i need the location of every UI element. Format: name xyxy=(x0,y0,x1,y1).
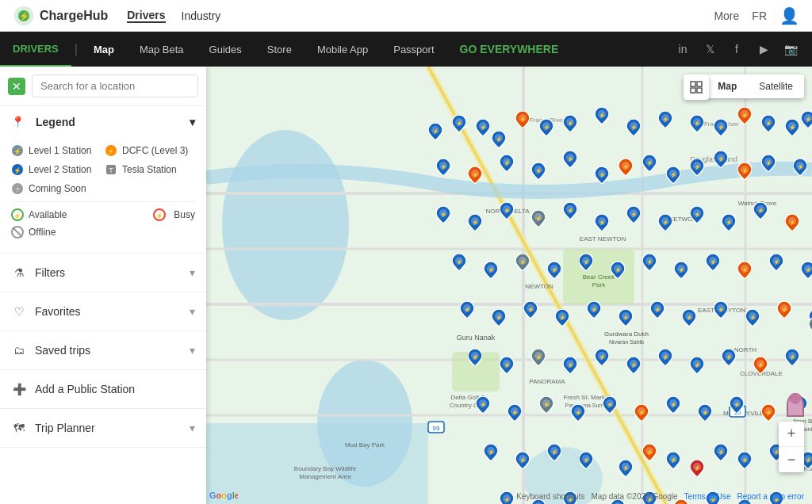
ev-station-pin[interactable]: ⚡ xyxy=(500,202,514,218)
ev-station-pin[interactable]: ⚡ xyxy=(500,491,514,504)
ev-station-pin[interactable]: ⚡ xyxy=(476,119,490,135)
ev-station-pin[interactable]: ⚡ xyxy=(571,404,585,420)
expand-map-button[interactable] xyxy=(684,74,709,100)
ev-station-pin[interactable]: ⚡ xyxy=(468,214,482,230)
saved-trips-section[interactable]: 🗂 Saved trips ▾ xyxy=(0,331,206,370)
ev-station-pin[interactable]: ⚡ xyxy=(500,155,514,170)
ev-station-pin[interactable]: ⚡ xyxy=(476,396,490,412)
nav-store[interactable]: Store xyxy=(255,32,304,67)
industry-nav-link[interactable]: Industry xyxy=(182,10,221,22)
ev-station-pin[interactable]: ⚡ xyxy=(666,166,680,182)
logo[interactable]: ⚡ ChargeHub xyxy=(13,5,108,27)
ev-station-pin[interactable]: ⚡ xyxy=(714,119,728,135)
ev-station-pin[interactable]: ⚡ xyxy=(611,262,625,277)
ev-station-pin[interactable]: ⚡ xyxy=(737,262,752,277)
zoom-in-button[interactable]: + xyxy=(779,422,804,447)
ev-station-pin[interactable]: ⚡ xyxy=(595,107,609,123)
ev-station-pin[interactable]: ⚡ xyxy=(658,214,672,230)
ev-station-pin[interactable]: ⚡ xyxy=(539,396,553,412)
ev-station-pin[interactable]: ⚡ xyxy=(737,107,752,123)
ev-station-pin[interactable]: ⚡ xyxy=(745,309,760,325)
ev-station-pin[interactable]: ⚡ xyxy=(690,206,704,222)
ev-station-pin[interactable]: ⚡ xyxy=(698,404,712,420)
nav-guides[interactable]: Guides xyxy=(197,32,255,67)
keyboard-shortcuts-link[interactable]: Keyboard shortcuts xyxy=(516,492,584,501)
drivers-nav-link[interactable]: Drivers xyxy=(127,9,165,23)
ev-station-pin[interactable]: ⚡ xyxy=(753,357,768,372)
ev-station-pin[interactable]: ⚡ xyxy=(626,206,641,222)
ev-station-pin[interactable]: ⚡ xyxy=(595,166,609,182)
ev-station-pin[interactable]: ⚡ xyxy=(563,357,577,372)
ev-station-pin[interactable]: ⚡ xyxy=(515,111,530,127)
ev-station-pin[interactable]: ⚡ xyxy=(460,301,474,317)
ev-station-pin[interactable]: ⚡ xyxy=(682,309,696,325)
fr-link[interactable]: FR xyxy=(752,10,767,22)
ev-station-pin[interactable]: ⚡ xyxy=(650,301,665,317)
ev-station-pin[interactable]: ⚡ xyxy=(603,396,617,412)
ev-station-pin[interactable]: ⚡ xyxy=(626,119,641,135)
ev-station-pin[interactable]: ⚡ xyxy=(515,254,530,269)
nav-map[interactable]: Map xyxy=(81,32,127,67)
ev-station-pin[interactable]: ⚡ xyxy=(642,254,657,269)
ev-station-pin[interactable]: ⚡ xyxy=(706,254,720,269)
ev-station-pin[interactable]: ⚡ xyxy=(785,214,799,230)
ev-station-pin[interactable]: ⚡ xyxy=(690,115,704,131)
ev-station-pin[interactable]: ⚡ xyxy=(642,155,657,170)
ev-station-pin[interactable]: ⚡ xyxy=(452,115,466,131)
ev-station-pin[interactable]: ⚡ xyxy=(563,202,577,218)
ev-station-pin[interactable]: ⚡ xyxy=(428,123,442,139)
ev-station-pin[interactable]: ⚡ xyxy=(523,301,538,317)
ev-station-pin[interactable]: ⚡ xyxy=(468,349,482,365)
ev-station-pin[interactable]: ⚡ xyxy=(452,254,466,269)
ev-station-pin[interactable]: ⚡ xyxy=(563,151,577,166)
user-icon[interactable]: 👤 xyxy=(779,6,799,25)
youtube-icon[interactable]: ▶ xyxy=(755,40,772,58)
ev-station-pin[interactable]: ⚡ xyxy=(619,158,633,174)
ev-station-pin[interactable]: ⚡ xyxy=(619,309,633,325)
ev-station-pin[interactable]: ⚡ xyxy=(801,111,812,127)
ev-station-pin[interactable]: ⚡ xyxy=(785,349,799,365)
ev-station-pin[interactable]: ⚡ xyxy=(793,158,807,174)
ev-station-pin[interactable]: ⚡ xyxy=(484,262,498,277)
ev-station-pin[interactable]: ⚡ xyxy=(595,349,609,365)
facebook-icon[interactable]: f xyxy=(728,40,745,58)
ev-station-pin[interactable]: ⚡ xyxy=(761,155,776,170)
ev-station-pin[interactable]: ⚡ xyxy=(666,452,680,468)
ev-station-pin[interactable]: ⚡ xyxy=(468,166,482,182)
nav-drivers[interactable]: DRIVERS xyxy=(0,32,71,67)
instagram-icon[interactable]: 📷 xyxy=(782,40,799,58)
ev-station-pin[interactable]: ⚡ xyxy=(492,309,506,325)
ev-station-pin[interactable]: ⚡ xyxy=(737,452,752,468)
trip-planner-section[interactable]: 🗺 Trip Planner ▾ xyxy=(0,409,206,448)
close-button[interactable]: ✕ xyxy=(8,78,25,95)
nav-mobile-app[interactable]: Mobile App xyxy=(304,32,381,67)
filters-section[interactable]: ⚗ Filters ▾ xyxy=(0,254,206,292)
terms-of-use-link[interactable]: Terms of Use xyxy=(684,492,731,501)
linkedin-icon[interactable]: in xyxy=(674,40,691,58)
more-link[interactable]: More xyxy=(714,10,739,22)
ev-station-pin[interactable]: ⚡ xyxy=(761,404,776,420)
twitter-icon[interactable]: 𝕏 xyxy=(701,40,718,58)
ev-station-pin[interactable]: ⚡ xyxy=(500,357,514,372)
ev-station-pin[interactable]: ⚡ xyxy=(579,254,593,269)
ev-station-pin[interactable]: ⚡ xyxy=(801,262,812,277)
map-view-button[interactable]: Map xyxy=(707,74,748,98)
ev-station-pin[interactable]: ⚡ xyxy=(690,357,704,372)
ev-station-pin[interactable]: ⚡ xyxy=(579,452,593,468)
ev-station-pin[interactable]: ⚡ xyxy=(658,349,672,365)
ev-station-pin[interactable]: ⚡ xyxy=(547,444,561,460)
ev-station-pin[interactable]: ⚡ xyxy=(634,404,649,420)
ev-station-pin[interactable]: ⚡ xyxy=(769,254,783,269)
ev-station-pin[interactable]: ⚡ xyxy=(547,262,561,277)
ev-station-pin[interactable]: ⚡ xyxy=(785,119,799,135)
ev-station-pin[interactable]: ⚡ xyxy=(484,444,498,460)
ev-station-pin[interactable]: ⚡ xyxy=(531,349,546,365)
ev-station-pin[interactable]: ⚡ xyxy=(737,162,752,178)
ev-station-pin[interactable]: ⚡ xyxy=(508,404,522,420)
ev-station-pin[interactable]: ⚡ xyxy=(666,396,680,412)
nav-go-everywhere[interactable]: GO EVERYWHERE xyxy=(447,32,572,67)
ev-station-pin[interactable]: ⚡ xyxy=(730,396,744,412)
ev-station-pin[interactable]: ⚡ xyxy=(555,309,569,325)
ev-station-pin[interactable]: ⚡ xyxy=(690,158,704,174)
map-area[interactable]: Bear Creek Park NORTH DELTA EAST NEWTON … xyxy=(206,67,812,504)
